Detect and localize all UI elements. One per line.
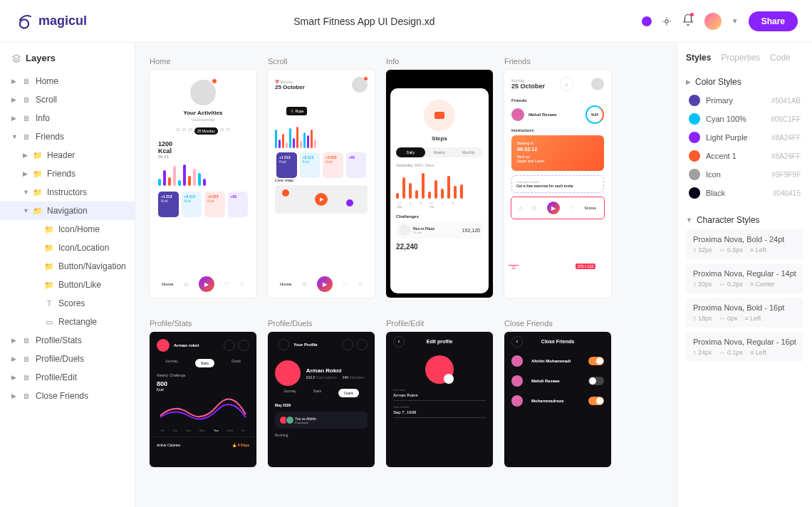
layer-item[interactable]: 📁Button/Navigation: [0, 257, 135, 276]
character-style-row[interactable]: Proxima Nova, Regular - 16pt↕ 24px↔ 0.1p…: [686, 332, 803, 362]
text-icon: T: [44, 299, 54, 308]
layer-item[interactable]: ▶🗎Profile/Edit: [0, 368, 135, 387]
page-icon: 🗎: [21, 95, 31, 104]
color-style-row[interactable]: Black#040415: [686, 184, 803, 202]
layer-item[interactable]: ▶🗎Profile/Duels: [0, 350, 135, 368]
challenge-card: Run in Place24 min 192,120: [396, 221, 483, 239]
friend-toggle-row[interactable]: Mohammadreza: [504, 391, 611, 411]
properties-tabs: Styles Properties Code: [686, 53, 803, 63]
layer-item[interactable]: 📁Icon/Location: [0, 239, 135, 257]
play-button-icon: ▶: [547, 202, 560, 214]
friend-toggle-row[interactable]: Afshin Mohammadi: [504, 351, 611, 371]
layer-item[interactable]: TScores: [0, 294, 135, 313]
layer-label: Header: [47, 150, 75, 160]
layer-item[interactable]: 📁Icon/Home: [0, 220, 135, 239]
chevron-down-icon[interactable]: ▼: [732, 17, 739, 25]
topbar-actions: ▼ Share: [642, 11, 798, 31]
notifications-button[interactable]: [682, 14, 694, 28]
folder-icon: 📁: [44, 225, 54, 234]
color-style-row[interactable]: Accent 1#8A24FF: [686, 147, 803, 165]
avatar-icon: [511, 355, 523, 367]
layer-item[interactable]: ▼🗎Friends: [0, 127, 135, 146]
layer-item[interactable]: 📁Button/Like: [0, 276, 135, 294]
color-style-row[interactable]: Cyan 100%#06C1FF: [686, 110, 803, 128]
layer-item[interactable]: ▼📁Navigation: [0, 202, 135, 220]
page-icon: 🗎: [21, 114, 31, 122]
toggle[interactable]: [588, 397, 604, 405]
theme-dot-icon[interactable]: [642, 16, 652, 26]
document-title: Smart Fitness App UI Design.xd: [87, 16, 642, 27]
search-icon: ⌕: [560, 77, 574, 91]
layer-label: Icon/Home: [58, 224, 100, 234]
artboard-info[interactable]: Steps DailyWeeklyMonthly Yesterday 3000+…: [386, 70, 493, 298]
layer-label: Rectangle: [58, 317, 97, 327]
avatar-icon: [190, 80, 216, 105]
color-style-row[interactable]: Icon#9F9F9F: [686, 165, 803, 184]
character-styles-header[interactable]: ▼Character Styles: [686, 211, 803, 229]
artboard-profile-duels[interactable]: Your Profile Arman Rokni 610.5 Total cal…: [268, 332, 375, 467]
tab-styles[interactable]: Styles: [686, 53, 711, 63]
scroll-chart: [268, 117, 375, 148]
invite-card: Invite your friends Get a free exercise …: [511, 175, 604, 193]
gear-icon: [342, 339, 353, 350]
page-icon: 🗎: [21, 132, 31, 141]
user-avatar[interactable]: [704, 13, 722, 30]
canvas[interactable]: Home Your Activities Good morning! 22232…: [135, 43, 677, 507]
sun-icon[interactable]: [662, 16, 672, 26]
selected-nav-group[interactable]: ⌂⊙ ▶ ♡Scores: [511, 197, 604, 219]
star-icon: ☆: [239, 281, 244, 288]
color-style-row[interactable]: Light Purple#8A24FF: [686, 128, 803, 147]
layers-panel: Layers ▶🗎Home▶🗎Scroll▶🗎Info▼🗎Friends▶📁He…: [0, 43, 135, 507]
color-swatch-icon: [689, 113, 700, 125]
artboard-label: Profile/Edit: [386, 319, 493, 328]
layer-item[interactable]: ▶🗎Scroll: [0, 90, 135, 109]
layer-item[interactable]: ▼📁Instructors: [0, 183, 135, 202]
toggle[interactable]: [588, 357, 604, 365]
color-styles-header[interactable]: ▶Color Styles: [686, 73, 803, 91]
share-button[interactable]: Share: [749, 11, 798, 31]
artboard-home[interactable]: Your Activities Good morning! 222324 25 …: [150, 70, 256, 298]
character-style-row[interactable]: Proxima Nova, Regular - 14pt↕ 20px↔ 0.2p…: [686, 263, 803, 293]
time-segment: DailyWeeklyMonthly: [396, 147, 483, 157]
instructor-card: Starting in: 00:33:12 Next up: Upper and…: [511, 135, 604, 171]
artboard-label: Friends: [504, 57, 611, 66]
home-icon: ⌂: [519, 205, 523, 211]
back-icon: ‹: [393, 336, 405, 347]
artboard-label: Info: [386, 57, 493, 66]
avatar-icon: [591, 78, 604, 90]
color-style-row[interactable]: Primary#5041AB: [686, 91, 803, 110]
tab-properties[interactable]: Properties: [721, 53, 760, 63]
color-swatch-icon: [689, 150, 700, 162]
layer-item[interactable]: ▶📁Friends: [0, 164, 135, 183]
artboard-profile-stats[interactable]: Arman rokni JourneyStatsDuels Weekly Cha…: [150, 332, 256, 467]
friend-toggle-row[interactable]: Mehdi Rezaee: [504, 371, 611, 391]
tab-code[interactable]: Code: [770, 53, 791, 63]
character-style-row[interactable]: Proxima Nova, Bold - 16pt↕ 18px↔ 0px≡ Le…: [686, 298, 803, 328]
layer-label: Instructors: [47, 187, 87, 197]
page-icon: 🗎: [21, 373, 31, 382]
calendar-icon: 📅: [275, 80, 279, 84]
artboard-profile-edit[interactable]: ‹Edit profile Full nameArman Rokni Date …: [386, 332, 493, 467]
artboard-friends[interactable]: Monday 25 October ⌕ Friends Mehdi Rezaee…: [504, 70, 611, 298]
logo-icon: [14, 11, 34, 31]
color-swatch-icon: [689, 95, 700, 106]
layer-item[interactable]: ▶🗎Profile/Stats: [0, 331, 135, 350]
layer-item[interactable]: ▶🗎Close Friends: [0, 387, 135, 405]
layer-label: Profile/Duels: [36, 354, 84, 364]
layer-label: Button/Navigation: [58, 261, 126, 271]
layer-item[interactable]: ▶📁Header: [0, 146, 135, 164]
heart-icon: ♡: [224, 281, 229, 288]
activities-subtitle: Good morning!: [150, 117, 256, 122]
layer-label: Navigation: [47, 206, 88, 216]
artboard-scroll[interactable]: 📅 Monday 25 October 🏃 Rope +1 213Kcal +6…: [268, 70, 375, 298]
folder-icon: 📁: [44, 262, 54, 271]
toggle[interactable]: [588, 377, 604, 385]
layer-item[interactable]: ▶🗎Home: [0, 72, 135, 90]
artboard-close-friends[interactable]: ‹Close Friends Afshin MohammadiMehdi Rez…: [504, 332, 611, 467]
artboard-label: Home: [150, 57, 256, 66]
brand-logo[interactable]: magicul: [14, 11, 87, 31]
layer-item[interactable]: ▶🗎Info: [0, 109, 135, 127]
layer-item[interactable]: ▭Rectangle: [0, 313, 135, 331]
character-style-row[interactable]: Proxima Nova, Bold - 24pt↕ 32px↔ 0.5px≡ …: [686, 229, 803, 259]
layers-title: Layers: [0, 53, 135, 72]
